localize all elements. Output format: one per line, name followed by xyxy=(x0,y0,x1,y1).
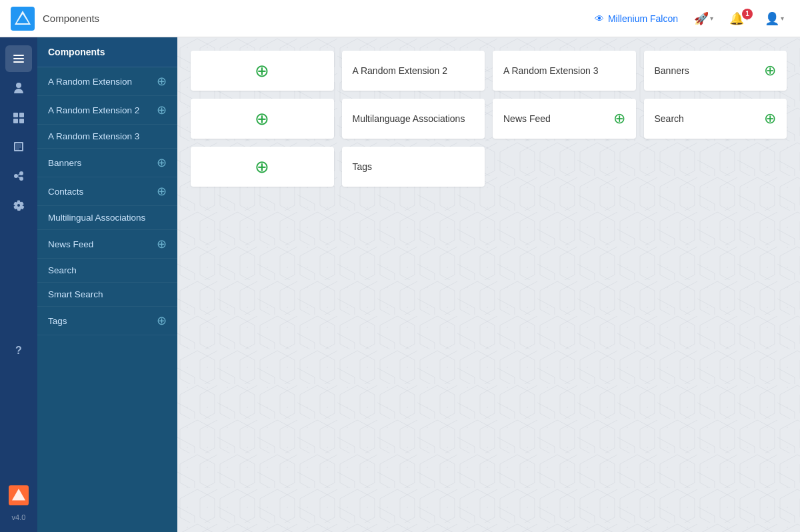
sidebar-item-a-random-extension-2[interactable]: A Random Extension 2 ⊕ xyxy=(37,96,177,125)
card-plus-icon: ⊕ xyxy=(613,111,625,126)
card-multilanguage-associations[interactable]: Multilanguage Associations xyxy=(342,99,485,139)
version-label: v4.0 xyxy=(12,511,26,524)
topbar-right: 👁 Millenium Falcon 🚀 ▾ 🔔 1 ▾ 👤 ▾ xyxy=(589,7,789,30)
card-plus-icon: ⊕ xyxy=(764,63,776,78)
card-label: Tags xyxy=(353,161,373,172)
svg-rect-6 xyxy=(13,119,18,123)
plus-circle-icon: ⊕ xyxy=(255,61,269,81)
card-label: Banners xyxy=(655,65,689,76)
sidebar-item-label: A Random Extension 2 xyxy=(48,105,139,115)
empty-cell-1 xyxy=(493,147,636,187)
card-label: Search xyxy=(655,113,684,124)
svg-rect-4 xyxy=(13,113,18,117)
preview-user-btn[interactable]: 👁 Millenium Falcon xyxy=(589,11,683,27)
card-label: A Random Extension 2 xyxy=(353,65,447,76)
plus-icon: ⊕ xyxy=(157,155,167,170)
svg-point-10 xyxy=(19,177,23,181)
nav-sidebar-header: Components xyxy=(37,37,177,67)
sidebar-item-label: Banners xyxy=(48,158,81,168)
sidebar-item-a-random-extension[interactable]: A Random Extension ⊕ xyxy=(37,67,177,96)
card-banners[interactable]: Banners ⊕ xyxy=(644,51,787,91)
svg-rect-2 xyxy=(13,58,24,59)
sidebar-item-label: News Feed xyxy=(48,239,93,249)
notifications-btn[interactable]: 🔔 1 ▾ xyxy=(724,7,754,30)
sidebar-item-banners[interactable]: Banners ⊕ xyxy=(37,149,177,177)
rocket-icon: 🚀 xyxy=(694,11,709,26)
plus-icon: ⊕ xyxy=(157,184,167,199)
sidebar-item-label: Search xyxy=(48,265,77,275)
svg-point-9 xyxy=(19,171,23,175)
sidebar-icon-users[interactable] xyxy=(5,75,32,101)
sidebar-icon-settings[interactable] xyxy=(5,192,32,219)
rocket-menu-btn[interactable]: 🚀 ▾ xyxy=(689,7,719,30)
sidebar-item-contacts[interactable]: Contacts ⊕ xyxy=(37,177,177,206)
main-layout: ? v4.0 Components A Random Extension ⊕ A… xyxy=(0,37,800,532)
card-tags[interactable]: Tags xyxy=(342,147,485,187)
sidebar-item-label: Smart Search xyxy=(48,289,103,299)
svg-line-11 xyxy=(18,174,20,175)
page-title: Components xyxy=(43,13,589,24)
sidebar-item-label: A Random Extension xyxy=(48,77,132,87)
card-label: A Random Extension 3 xyxy=(503,65,598,76)
notification-badge: 1 xyxy=(742,9,753,19)
svg-point-8 xyxy=(14,174,18,178)
icon-sidebar: ? v4.0 xyxy=(0,37,37,532)
sidebar-icon-components[interactable] xyxy=(5,163,32,189)
plus-circle-icon: ⊕ xyxy=(255,157,269,177)
username-label: Millenium Falcon xyxy=(608,13,678,24)
sidebar-item-label: Multilingual Associations xyxy=(48,213,145,223)
joomla-logo xyxy=(11,7,35,31)
svg-rect-1 xyxy=(13,55,24,56)
sidebar-item-a-random-extension-3[interactable]: A Random Extension 3 xyxy=(37,125,177,149)
card-search[interactable]: Search ⊕ xyxy=(644,99,787,139)
sidebar-item-news-feed[interactable]: News Feed ⊕ xyxy=(37,230,177,259)
nav-sidebar: Components A Random Extension ⊕ A Random… xyxy=(37,37,177,532)
card-a-random-extension-3[interactable]: A Random Extension 3 xyxy=(493,51,636,91)
sidebar-item-label: A Random Extension 3 xyxy=(48,131,139,141)
card-label: News Feed xyxy=(503,113,551,124)
chevron-down-icon: ▾ xyxy=(710,15,713,22)
sidebar-item-label: Contacts xyxy=(48,187,83,197)
card-plus-only-2[interactable]: ⊕ xyxy=(191,99,334,139)
card-grid: ⊕ A Random Extension 2 A Random Extensio… xyxy=(191,51,787,187)
sidebar-icon-content[interactable] xyxy=(5,133,32,160)
chevron-down-icon-3: ▾ xyxy=(781,15,784,22)
card-news-feed[interactable]: News Feed ⊕ xyxy=(493,99,636,139)
topbar: Components 👁 Millenium Falcon 🚀 ▾ 🔔 1 ▾ … xyxy=(0,0,800,37)
plus-icon: ⊕ xyxy=(157,237,167,251)
card-plus-icon: ⊕ xyxy=(764,111,776,126)
sidebar-icon-toggle[interactable] xyxy=(5,45,32,72)
user-icon: 👤 xyxy=(765,11,779,26)
account-menu-btn[interactable]: 👤 ▾ xyxy=(759,7,789,30)
svg-rect-7 xyxy=(19,119,24,123)
joomla-footer-logo xyxy=(9,485,29,508)
card-plus-only-3[interactable]: ⊕ xyxy=(191,147,334,187)
svg-line-12 xyxy=(18,177,20,178)
plus-icon: ⊕ xyxy=(157,103,167,117)
sidebar-item-smart-search[interactable]: Smart Search xyxy=(37,283,177,307)
sidebar-icon-menu[interactable] xyxy=(5,104,32,131)
empty-cell-2 xyxy=(644,147,787,187)
eye-icon: 👁 xyxy=(595,13,604,24)
card-label: Multilanguage Associations xyxy=(353,113,465,124)
svg-rect-5 xyxy=(19,113,24,117)
plus-circle-icon: ⊕ xyxy=(255,109,269,129)
sidebar-item-search[interactable]: Search xyxy=(37,259,177,283)
sidebar-item-label: Tags xyxy=(48,316,67,326)
plus-icon: ⊕ xyxy=(157,313,167,328)
sidebar-item-tags[interactable]: Tags ⊕ xyxy=(37,307,177,335)
sidebar-item-multilingual-associations[interactable]: Multilingual Associations xyxy=(37,206,177,230)
sidebar-icon-help[interactable]: ? xyxy=(5,337,32,364)
content-area: ⊕ A Random Extension 2 A Random Extensio… xyxy=(177,37,800,532)
plus-icon: ⊕ xyxy=(157,74,167,89)
sidebar-bottom: v4.0 xyxy=(9,485,29,532)
card-a-random-extension-2[interactable]: A Random Extension 2 xyxy=(342,51,485,91)
card-plus-only-1[interactable]: ⊕ xyxy=(191,51,334,91)
svg-rect-3 xyxy=(13,61,24,63)
